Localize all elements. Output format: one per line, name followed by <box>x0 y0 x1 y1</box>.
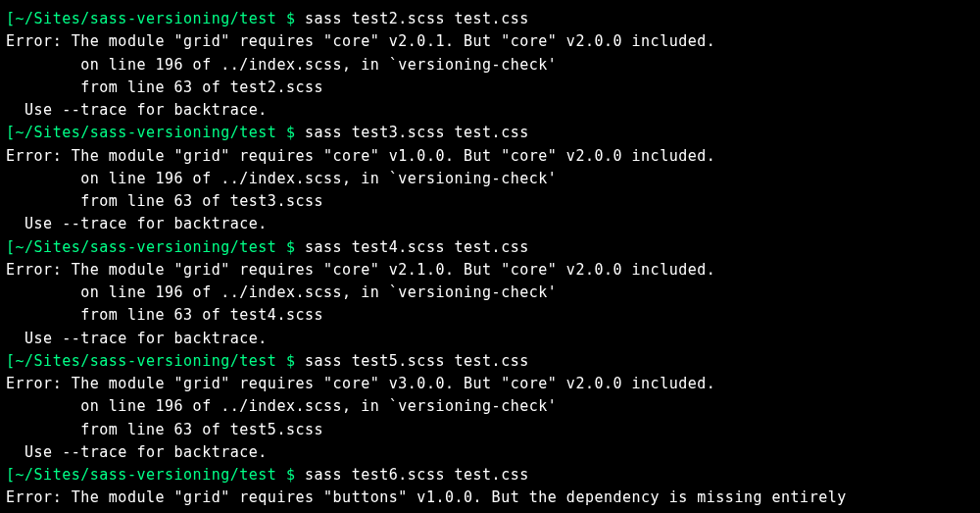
trace-line: on line 196 of ../index.scss, in `versio… <box>6 395 974 418</box>
prompt-path: ~/Sites/sass-versioning/test <box>16 124 277 141</box>
prompt-path: ~/Sites/sass-versioning/test <box>16 10 277 27</box>
error-line: Error: The module "grid" requires "core"… <box>6 259 974 282</box>
prompt-line: [~/Sites/sass-versioning/test $ sass tes… <box>6 350 974 373</box>
error-line: Error: The module "grid" requires "butto… <box>6 487 974 509</box>
trace-line: from line 63 of test4.scss <box>6 304 974 327</box>
error-line: Error: The module "grid" requires "core"… <box>6 373 974 395</box>
trace-line: from line 63 of test3.scss <box>6 190 974 213</box>
prompt-line: [~/Sites/sass-versioning/test $ sass tes… <box>6 8 974 30</box>
trace-line: from line 63 of test2.scss <box>6 77 974 99</box>
prompt-line: [~/Sites/sass-versioning/test $ sass tes… <box>6 464 974 487</box>
trace-line: on line 196 of ../index.scss, in `versio… <box>6 168 974 190</box>
use-trace-line: Use --trace for backtrace. <box>6 99 974 122</box>
terminal-output[interactable]: [~/Sites/sass-versioning/test $ sass tes… <box>6 8 974 513</box>
prompt-bracket-icon: [ <box>6 352 16 370</box>
prompt-dollar: $ <box>276 10 305 27</box>
prompt-dollar: $ <box>276 466 305 484</box>
prompt-dollar: $ <box>276 352 305 370</box>
trace-line: from line 63 of test5.scss <box>6 419 974 441</box>
trace-line: on line 196 of ../index.scss, in `versio… <box>6 282 974 304</box>
prompt-line: [~/Sites/sass-versioning/test $ sass tes… <box>6 236 974 259</box>
use-trace-line: Use --trace for backtrace. <box>6 441 974 464</box>
use-trace-line: Use --trace for backtrace. <box>6 213 974 235</box>
command-text: sass test5.scss test.css <box>305 352 529 370</box>
command-text: sass test2.scss test.css <box>305 10 529 27</box>
command-text: sass test6.scss test.css <box>305 466 529 484</box>
command-text: sass test4.scss test.css <box>305 238 529 256</box>
prompt-dollar: $ <box>276 238 305 256</box>
prompt-line: [~/Sites/sass-versioning/test $ sass tes… <box>6 122 974 144</box>
prompt-path: ~/Sites/sass-versioning/test <box>16 466 277 484</box>
prompt-dollar: $ <box>276 124 305 141</box>
prompt-bracket-icon: [ <box>6 10 16 27</box>
prompt-path: ~/Sites/sass-versioning/test <box>16 238 277 256</box>
use-trace-line: Use --trace for backtrace. <box>6 328 974 350</box>
trace-line: on line 196 of ../index.scss, in `versio… <box>6 54 974 77</box>
error-line: Error: The module "grid" requires "core"… <box>6 145 974 168</box>
command-text: sass test3.scss test.css <box>305 124 529 141</box>
error-line: Error: The module "grid" requires "core"… <box>6 30 974 53</box>
prompt-bracket-icon: [ <box>6 466 16 484</box>
prompt-bracket-icon: [ <box>6 238 16 256</box>
trace-line: on line 202 of ../index.scss, in `versio… <box>6 510 974 514</box>
prompt-path: ~/Sites/sass-versioning/test <box>16 352 277 370</box>
prompt-bracket-icon: [ <box>6 124 16 141</box>
